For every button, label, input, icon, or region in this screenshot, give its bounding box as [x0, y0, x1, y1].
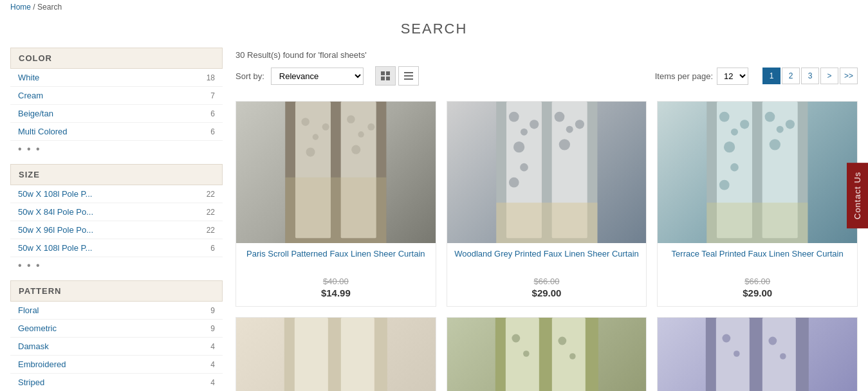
svg-point-63 [780, 353, 786, 359]
svg-point-12 [322, 123, 329, 131]
results-header: 30 Result(s) found for 'floral sheets' S… [235, 48, 858, 101]
product-price-orig-paris: $40.00 [236, 277, 436, 286]
product-image-6 [658, 318, 857, 391]
svg-rect-59 [762, 318, 796, 391]
svg-point-62 [769, 337, 777, 345]
filter-item-50x96[interactable]: 50w X 96l Pole Po... 22 [10, 221, 223, 239]
product-image-woodland [447, 102, 647, 243]
filter-section-size: SIZE 50w X 108l Pole P... 22 50w X 84l P… [10, 164, 223, 274]
svg-point-36 [719, 112, 730, 122]
page-btn-2[interactable]: 2 [782, 68, 800, 84]
page-btn-next[interactable]: > [820, 68, 838, 84]
filter-item-floral[interactable]: Floral 9 [10, 302, 223, 320]
svg-rect-46 [707, 203, 808, 243]
svg-point-61 [734, 350, 740, 357]
product-image-paris [236, 102, 436, 243]
list-view-button[interactable] [398, 66, 419, 86]
sort-select[interactable]: Relevance Price: Low to High Price: High… [271, 68, 364, 85]
product-grid: Paris Scroll Patterned Faux Linen Sheer … [235, 101, 858, 391]
svg-point-16 [367, 123, 374, 131]
svg-point-25 [513, 141, 524, 152]
svg-rect-58 [716, 318, 750, 391]
product-image-5 [447, 318, 647, 391]
page-btn-1[interactable]: 1 [762, 68, 780, 84]
results-text: 30 Result(s) found for 'floral sheets' [235, 50, 858, 60]
svg-point-30 [575, 120, 584, 129]
product-card-5[interactable] [447, 317, 647, 391]
product-card-4[interactable]: Featured 50% OFF Items [235, 317, 436, 391]
page-title: SEARCH [0, 14, 868, 48]
filter-item-cream[interactable]: Cream 7 [10, 87, 223, 105]
filter-item-50x84[interactable]: 50w X 84l Pole Po... 22 [10, 203, 223, 221]
filter-section-pattern: PATTERN Floral 9 Geometric 9 Damask 4 Em… [10, 280, 223, 391]
filter-more-size[interactable]: • • • [10, 257, 223, 274]
view-icons [375, 66, 419, 86]
svg-point-28 [554, 112, 564, 122]
svg-point-55 [558, 337, 566, 345]
filter-item-geometric[interactable]: Geometric 9 [10, 320, 223, 338]
filter-title-color: COLOR [10, 48, 223, 69]
grid-view-button[interactable] [375, 66, 396, 86]
page-btn-3[interactable]: 3 [801, 68, 819, 84]
svg-point-22 [509, 112, 519, 122]
filter-item-50x108-2[interactable]: 50w X 108l Pole P... 6 [10, 239, 223, 257]
svg-point-27 [509, 177, 519, 188]
svg-point-53 [512, 334, 520, 343]
svg-point-40 [731, 163, 739, 172]
main-content: 30 Result(s) found for 'floral sheets' S… [235, 48, 858, 391]
svg-point-15 [358, 131, 364, 137]
svg-point-41 [719, 180, 730, 190]
svg-rect-3 [386, 77, 390, 80]
curtain-svg-1 [236, 102, 436, 243]
svg-point-54 [523, 350, 530, 357]
page-btn-last[interactable]: >> [840, 68, 858, 84]
filter-item-multicolored[interactable]: Multi Colored 6 [10, 123, 223, 141]
product-name-paris: Paris Scroll Patterned Faux Linen Sheer … [236, 243, 436, 274]
svg-rect-2 [381, 77, 385, 80]
filter-section-color: COLOR White 18 Cream 7 Beige/tan 6 Multi… [10, 48, 223, 158]
svg-point-17 [351, 145, 360, 154]
filter-item-striped[interactable]: Striped 4 [10, 374, 223, 391]
svg-point-44 [786, 120, 795, 129]
curtain-svg-2 [447, 102, 647, 243]
svg-point-39 [724, 141, 735, 152]
contact-us-tab[interactable]: Contact Us [847, 163, 868, 228]
filter-more-color[interactable]: • • • [10, 141, 223, 158]
filter-item-embroidered[interactable]: Embroidered 4 [10, 356, 223, 374]
breadcrumb-home[interactable]: Home [10, 3, 31, 12]
svg-rect-18 [285, 177, 386, 243]
product-card-6[interactable]: ★★★★★ 0.0 No rating available [657, 317, 858, 391]
filter-item-50x108-1[interactable]: 50w X 108l Pole P... 22 [10, 185, 223, 203]
svg-rect-49 [341, 318, 374, 391]
svg-rect-48 [295, 318, 328, 391]
svg-rect-0 [381, 71, 385, 75]
filter-item-beige[interactable]: Beige/tan 6 [10, 105, 223, 123]
product-card-paris[interactable]: Paris Scroll Patterned Faux Linen Sheer … [235, 101, 436, 307]
svg-rect-5 [404, 75, 413, 77]
sidebar: COLOR White 18 Cream 7 Beige/tan 6 Multi… [10, 48, 235, 391]
svg-point-10 [301, 118, 309, 126]
curtain-svg-5 [447, 318, 647, 391]
product-card-terrace[interactable]: Terrace Teal Printed Faux Linen Sheer Cu… [657, 101, 858, 307]
product-price-sale-terrace: $29.00 [658, 287, 857, 298]
curtain-svg-4 [236, 318, 436, 391]
pagination: 1 2 3 > >> [762, 68, 858, 84]
filter-item-damask[interactable]: Damask 4 [10, 338, 223, 356]
curtain-svg-3 [658, 102, 857, 243]
product-card-woodland[interactable]: Woodland Grey Printed Faux Linen Sheer C… [447, 101, 647, 307]
product-price-sale-paris: $14.99 [236, 287, 436, 298]
items-per-page-select[interactable]: 12 6 24 48 [717, 68, 748, 85]
svg-point-45 [770, 139, 780, 150]
product-price-sale-woodland: $29.00 [447, 287, 647, 298]
breadcrumb: Home / Search [0, 0, 868, 14]
filter-item-white[interactable]: White 18 [10, 69, 223, 87]
svg-point-38 [740, 120, 749, 129]
svg-point-60 [723, 334, 731, 343]
svg-point-24 [530, 120, 539, 129]
breadcrumb-current: Search [37, 3, 62, 12]
sort-label: Sort by: [235, 71, 264, 81]
svg-rect-32 [496, 203, 597, 243]
svg-point-42 [765, 112, 775, 122]
curtain-svg-6 [658, 318, 857, 391]
product-image-terrace [658, 102, 857, 243]
